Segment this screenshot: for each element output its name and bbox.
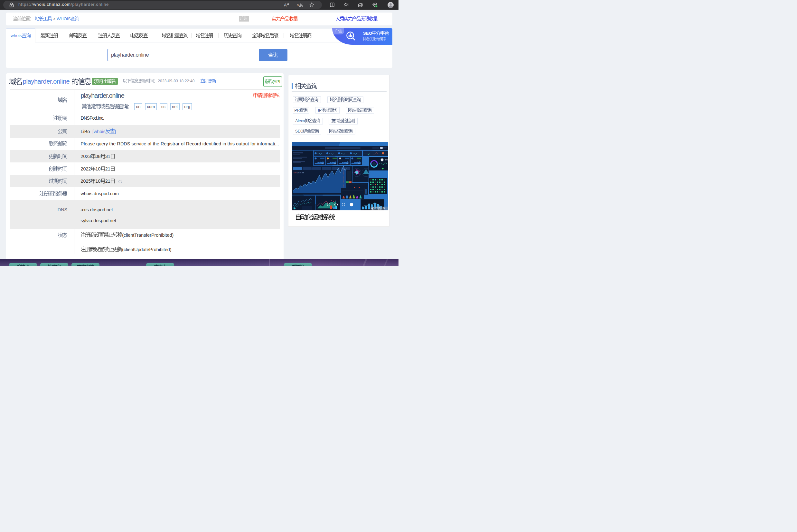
svg-text:02: 02	[334, 163, 336, 165]
svg-text:TRX: TRX	[385, 159, 388, 161]
svg-text:$20.00 355: $20.00 355	[297, 172, 304, 174]
svg-text:0.20: 0.20	[294, 172, 296, 174]
svg-text:A: A	[284, 3, 287, 7]
svg-text:01: 01	[321, 163, 323, 165]
svg-text:a: a	[297, 3, 299, 7]
svg-text:04: 04	[358, 163, 360, 165]
svg-text:03: 03	[346, 163, 348, 165]
